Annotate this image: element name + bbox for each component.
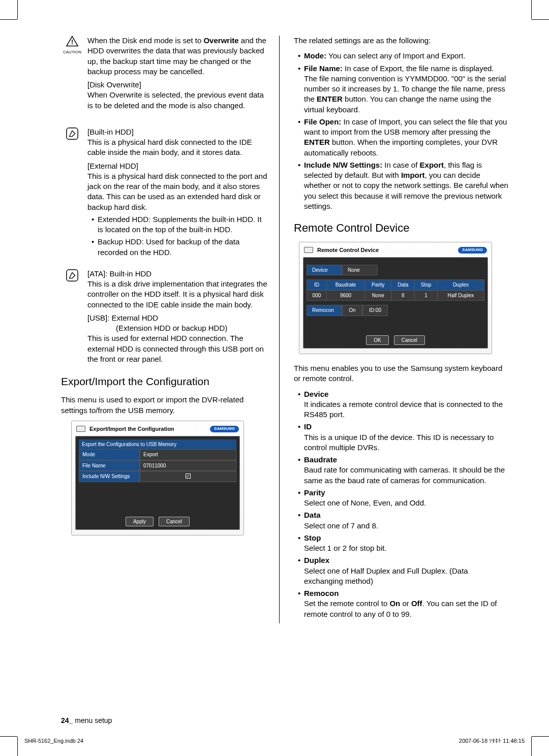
- note-icon: [61, 269, 83, 364]
- right-column: The related settings are as the followin…: [280, 36, 508, 623]
- rc-table: ID Baudrate Parity Data Stop Duplex 000 …: [307, 279, 484, 301]
- import-bold: Import: [401, 171, 425, 179]
- table-row[interactable]: 000 9600 None 8 1 Half Duplex: [307, 290, 484, 301]
- apply-button[interactable]: Apply: [126, 517, 154, 527]
- on-bold: On: [389, 599, 400, 608]
- samsung-badge: SAMSUNG: [210, 426, 239, 432]
- mode-label: Mode: [79, 449, 140, 460]
- printline-left: SHR-5162_Eng.indb 24: [24, 738, 83, 744]
- stop-desc: Select 1 or 2 for stop bit.: [304, 544, 387, 552]
- remocon-on[interactable]: On: [342, 305, 362, 316]
- builtin-text: This is a physical hard disk connected t…: [87, 137, 268, 158]
- related-intro: The related settings are as the followin…: [294, 36, 508, 46]
- cancel-button[interactable]: Cancel: [394, 335, 425, 345]
- rem-t1: Set the remote control to: [304, 599, 389, 608]
- col-baudrate: Baudrate: [326, 280, 364, 291]
- remote-control-heading: Remote Control Device: [294, 220, 508, 236]
- page-footer: 24_ menu setup: [61, 716, 112, 724]
- mode-desc: You can select any of Import and Export.: [326, 51, 466, 60]
- device-desc: It indicates a remote control device tha…: [304, 400, 503, 419]
- export-import-intro: This menu is used to export or import th…: [61, 395, 268, 416]
- export-bold: Export: [420, 161, 444, 169]
- list-item: Backup HDD: Used for backup of the data …: [92, 237, 268, 258]
- list-item: Mode: You can select any of Import and E…: [298, 51, 508, 61]
- usb-label: [USB]: External HDD: [87, 313, 268, 323]
- duplex-bold: Duplex: [304, 556, 329, 564]
- usb-text: This is used for external HDD connection…: [87, 333, 268, 364]
- caution-bold: Overwrite: [203, 36, 238, 45]
- parity-bold: Parity: [304, 488, 325, 497]
- data-bold: Data: [304, 511, 321, 519]
- cell-id[interactable]: 000: [307, 290, 327, 301]
- include-nw-label: Include N/W Settings: [79, 471, 140, 482]
- ata-text: This is a disk drive implementation that…: [87, 279, 268, 310]
- window-icon: [304, 247, 313, 253]
- list-item: File Open: In case of Import, you can se…: [298, 117, 508, 158]
- cell-duplex[interactable]: Half Duplex: [437, 290, 484, 301]
- cell-baudrate[interactable]: 9600: [326, 290, 364, 301]
- cell-data[interactable]: 8: [391, 290, 415, 301]
- svg-text:!: !: [71, 39, 73, 46]
- printline-right: 2007-06-18 ｿﾀﾈﾄ 11:48:15: [459, 738, 525, 744]
- enter-bold: ENTER: [304, 138, 330, 146]
- enter-bold: ENTER: [317, 94, 343, 103]
- remocon-id[interactable]: ID:00: [362, 305, 388, 316]
- external-text: This is a physical hard disk connected t…: [87, 171, 268, 212]
- list-item: BaudrateBaud rate for communicating with…: [298, 455, 508, 486]
- svg-rect-3: [67, 270, 78, 281]
- cell-parity[interactable]: None: [365, 290, 391, 301]
- col-parity: Parity: [365, 280, 391, 291]
- svg-rect-2: [67, 128, 78, 139]
- include-nw-checkbox[interactable]: [140, 471, 236, 482]
- off-bold: Off: [411, 599, 422, 608]
- list-item: IDThis is a unique ID of the device. Thi…: [298, 422, 508, 453]
- duplex-desc: Select one of Half Duplex and Full Duple…: [304, 566, 468, 585]
- caution-label: CAUTION: [61, 50, 83, 55]
- mode-value[interactable]: Export: [140, 449, 236, 460]
- cancel-button[interactable]: Cancel: [159, 517, 190, 527]
- list-item: Extended HDD: Supplements the built-in H…: [92, 214, 268, 235]
- ok-button[interactable]: OK: [366, 335, 388, 345]
- ata-label: [ATA]: Built-in HDD: [87, 269, 268, 279]
- list-item: DuplexSelect one of Half Duplex and Full…: [298, 555, 508, 586]
- baud-bold: Baudrate: [304, 455, 337, 464]
- data-desc: Select one of 7 and 8.: [304, 521, 378, 530]
- col-stop: Stop: [415, 280, 438, 291]
- caution-pre: When the Disk end mode is set to: [87, 36, 203, 45]
- fileopen-desc2: button. When the importing completes, yo…: [304, 138, 498, 156]
- filename-value[interactable]: 07011000: [140, 460, 236, 471]
- rc-intro: This menu enables you to use the Samsung…: [294, 363, 508, 384]
- device-value[interactable]: None: [342, 265, 378, 276]
- list-item: DataSelect one of 7 and 8.: [298, 510, 508, 531]
- caution-body: When the Disk end mode is set to Overwri…: [87, 36, 268, 111]
- id-bold: ID: [304, 422, 312, 431]
- window-icon: [76, 426, 85, 432]
- print-line: SHR-5162_Eng.indb 24 2007-06-18 ｿﾀﾈﾄ 11:…: [24, 738, 525, 744]
- rem-t2: or: [400, 599, 411, 608]
- parity-desc: Select one of None, Even, and Odd.: [304, 498, 426, 507]
- includenw-bold: Include N/W Settings:: [304, 161, 382, 169]
- disk-ow-label: [Disk Overwrite]: [87, 80, 268, 90]
- cell-stop[interactable]: 1: [415, 290, 438, 301]
- col-id: ID: [307, 280, 327, 291]
- fileopen-bold: File Open:: [304, 117, 341, 126]
- list-item: StopSelect 1 or 2 for stop bit.: [298, 533, 508, 554]
- export-import-window: Export/Import the Configuration SAMSUNG …: [71, 421, 244, 536]
- col-duplex: Duplex: [437, 280, 484, 291]
- device-bold: Device: [304, 390, 328, 398]
- note-body-1: [Built-in HDD] This is a physical hard d…: [87, 127, 268, 262]
- remocon-bold: Remocon: [304, 589, 339, 597]
- window-title: Export/Import the Configuration: [89, 425, 174, 433]
- caution-icon: ! CAUTION: [61, 36, 83, 111]
- mode-bold: Mode:: [304, 51, 326, 60]
- list-item: Include N/W Settings: In case of Export,…: [298, 160, 508, 211]
- section-label: menu setup: [73, 716, 112, 724]
- usb-sub: (Extension HDD or backup HDD): [87, 323, 268, 333]
- export-subhead: Export the Configurations to USB Memory: [79, 439, 236, 450]
- export-import-heading: Export/Import the Configuration: [61, 374, 268, 389]
- list-item: RemoconSet the remote control to On or O…: [298, 588, 508, 619]
- window-title: Remote Control Device: [317, 246, 379, 254]
- disk-ow-text: When Overwrite is selected, the previous…: [87, 90, 268, 111]
- samsung-badge: SAMSUNG: [458, 247, 487, 254]
- external-label: [External HDD]: [87, 161, 268, 171]
